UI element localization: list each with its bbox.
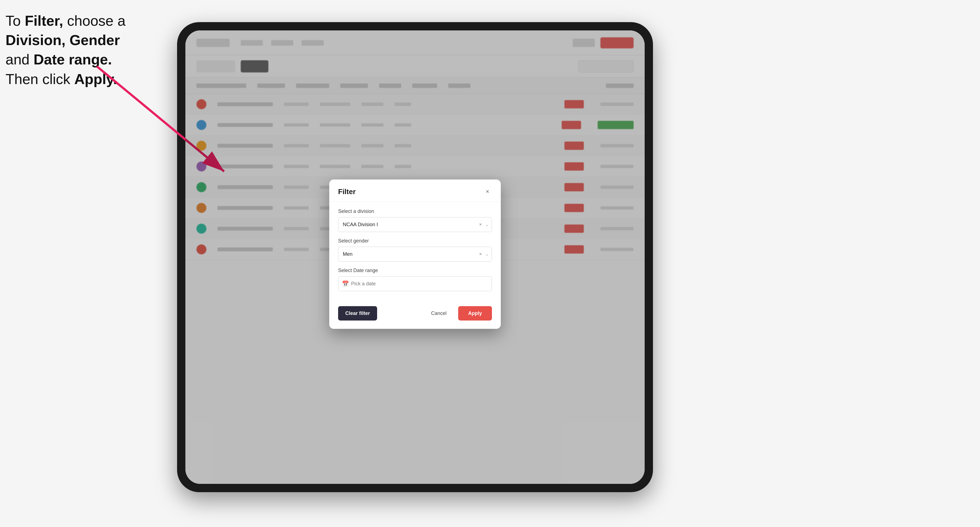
apply-button[interactable]: Apply: [458, 306, 492, 321]
date-label: Select Date range: [338, 268, 492, 273]
modal-header: Filter ×: [329, 179, 501, 202]
gender-group: Select gender Men Women × ⌄: [338, 238, 492, 262]
gender-clear-btn[interactable]: ×: [479, 251, 482, 257]
date-group: Select Date range 📅: [338, 268, 492, 291]
division-select-wrapper: NCAA Division I NCAA Division II NCAA Di…: [338, 217, 492, 232]
modal-title: Filter: [338, 187, 356, 196]
gender-select-wrapper: Men Women × ⌄: [338, 247, 492, 262]
footer-right-buttons: Cancel Apply: [424, 306, 492, 321]
gender-label: Select gender: [338, 238, 492, 244]
apply-bold: Apply.: [75, 71, 117, 87]
date-range-bold: Date range.: [33, 51, 112, 67]
filter-bold: Filter,: [25, 13, 63, 29]
instruction-line3: and Date range.: [6, 51, 112, 67]
instruction-line4: Then click Apply.: [6, 71, 117, 87]
modal-footer: Clear filter Cancel Apply: [329, 304, 501, 321]
instruction-line1: To Filter, choose a: [6, 13, 126, 29]
instruction-text: To Filter, choose a Division, Gender and…: [6, 11, 166, 89]
filter-modal: Filter × Select a division NCAA Division…: [329, 179, 501, 329]
division-group: Select a division NCAA Division I NCAA D…: [338, 208, 492, 232]
tablet-device: Filter × Select a division NCAA Division…: [177, 22, 653, 492]
date-input-wrapper: 📅: [338, 276, 492, 291]
division-clear-btn[interactable]: ×: [479, 222, 482, 227]
cancel-button[interactable]: Cancel: [424, 306, 454, 321]
modal-close-button[interactable]: ×: [483, 187, 492, 196]
date-input[interactable]: [338, 276, 492, 291]
gender-select[interactable]: Men Women: [338, 247, 492, 262]
clear-filter-button[interactable]: Clear filter: [338, 306, 377, 321]
division-gender-bold: Division, Gender: [6, 32, 120, 48]
modal-body: Select a division NCAA Division I NCAA D…: [329, 202, 501, 304]
division-select[interactable]: NCAA Division I NCAA Division II NCAA Di…: [338, 217, 492, 232]
tablet-screen: Filter × Select a division NCAA Division…: [185, 30, 645, 484]
division-label: Select a division: [338, 208, 492, 214]
